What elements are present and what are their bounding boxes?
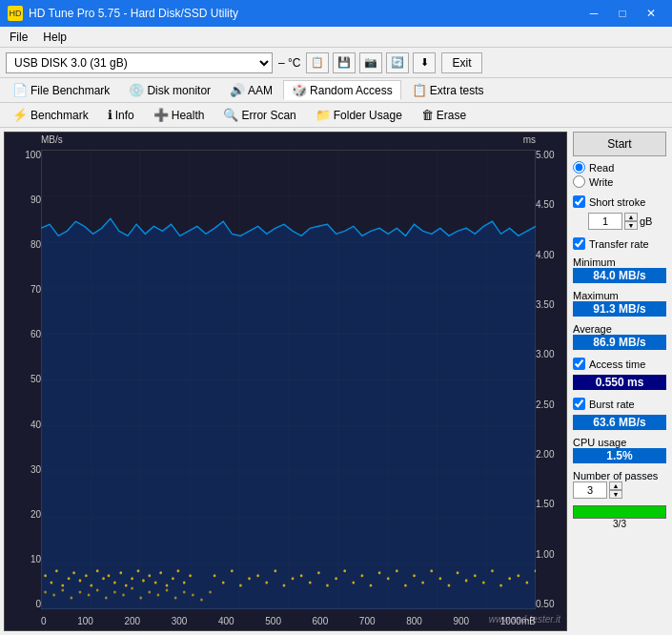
short-stroke-input[interactable] — [588, 213, 622, 230]
svg-point-80 — [482, 581, 485, 584]
svg-point-33 — [79, 590, 82, 593]
svg-point-50 — [222, 581, 225, 584]
tab-random-access-label: Random Access — [310, 84, 393, 97]
toolbar-btn-1[interactable]: 📋 — [306, 52, 329, 73]
svg-point-21 — [148, 574, 151, 577]
x-axis: 0 100 200 300 400 500 600 700 800 900 10… — [41, 616, 536, 626]
tab-health[interactable]: ➕ Health — [145, 105, 214, 125]
toolbar-btn-3[interactable]: 📷 — [359, 52, 382, 73]
main-content: MB/s ms — [0, 128, 672, 635]
svg-point-83 — [508, 577, 511, 580]
svg-point-27 — [183, 581, 186, 584]
maximize-button[interactable]: □ — [609, 4, 636, 23]
y-label-80: 80 — [7, 239, 41, 250]
tab-disk-monitor[interactable]: 💿 Disk monitor — [120, 80, 219, 100]
svg-point-4 — [51, 581, 53, 584]
progress-fill — [574, 506, 665, 518]
window-title: HD Tune Pro 5.75 - Hard Disk/SSD Utility — [29, 7, 238, 20]
access-time-checkbox-label[interactable]: Access time — [573, 358, 666, 370]
read-radio-label[interactable]: Read — [573, 161, 666, 174]
passes-label: Number of passes — [573, 470, 666, 481]
short-stroke-unit: gB — [640, 215, 652, 227]
read-write-group: Read Write — [573, 161, 666, 188]
svg-point-41 — [148, 590, 151, 593]
passes-up[interactable]: ▲ — [609, 481, 622, 490]
start-button[interactable]: Start — [573, 132, 666, 156]
ms-label-050: 0.50 — [536, 599, 564, 609]
right-panel: Start Read Write Short stroke ▲ ▼ gB — [567, 128, 672, 635]
access-time-checkbox[interactable] — [573, 358, 585, 370]
svg-point-22 — [154, 581, 157, 584]
transfer-rate-checkbox[interactable] — [573, 237, 585, 250]
toolbar: USB DISK 3.0 (31 gB) – °C 📋 💾 📷 🔄 ⬇ Exit — [0, 48, 672, 78]
device-select[interactable]: USB DISK 3.0 (31 gB) — [6, 52, 273, 73]
svg-point-85 — [526, 581, 529, 584]
close-button[interactable]: ✕ — [638, 4, 664, 23]
minimum-value: 84.0 MB/s — [573, 268, 666, 283]
short-stroke-checkbox-label[interactable]: Short stroke — [573, 195, 666, 208]
svg-point-72 — [413, 574, 416, 577]
progress-text: 3/3 — [573, 519, 666, 529]
tab-aam[interactable]: 🔊 AAM — [221, 80, 281, 100]
ms-label-100: 1.00 — [536, 549, 564, 560]
svg-point-49 — [214, 574, 216, 577]
write-radio[interactable] — [573, 175, 585, 188]
svg-point-57 — [283, 584, 286, 586]
transfer-rate-checkbox-label[interactable]: Transfer rate — [573, 237, 666, 250]
tab-random-access[interactable]: 🎲 Random Access — [283, 80, 401, 100]
svg-point-29 — [44, 590, 47, 593]
cpu-usage-section: CPU usage 1.5% — [573, 435, 666, 463]
toolbar-btn-4[interactable]: 🔄 — [386, 52, 409, 73]
tab-benchmark[interactable]: ⚡ Benchmark — [4, 105, 97, 125]
svg-point-61 — [317, 571, 320, 574]
svg-point-25 — [172, 577, 174, 580]
x-label-500: 500 — [265, 616, 281, 626]
read-radio[interactable] — [573, 161, 585, 174]
ms-label: ms — [523, 134, 536, 145]
svg-point-20 — [142, 579, 145, 582]
menu-help[interactable]: Help — [37, 29, 72, 46]
svg-point-78 — [465, 579, 468, 582]
svg-point-69 — [387, 577, 390, 580]
svg-point-13 — [102, 577, 105, 580]
svg-point-9 — [79, 579, 82, 582]
tab-erase[interactable]: 🗑 Erase — [413, 105, 475, 125]
svg-point-39 — [131, 586, 133, 589]
write-radio-label[interactable]: Write — [573, 175, 666, 188]
y-label-40: 40 — [7, 420, 41, 430]
minimize-button[interactable]: ─ — [580, 4, 607, 23]
x-label-200: 200 — [124, 616, 140, 626]
tab-extra-tests[interactable]: 📋 Extra tests — [403, 80, 493, 100]
svg-point-37 — [113, 590, 116, 593]
ms-label-350: 3.50 — [536, 299, 564, 310]
read-label: Read — [589, 162, 614, 174]
access-time-value: 0.550 ms — [573, 375, 666, 390]
svg-point-70 — [396, 569, 398, 572]
toolbar-btn-5[interactable]: ⬇ — [413, 52, 436, 73]
menu-file[interactable]: File — [4, 29, 33, 46]
short-stroke-down[interactable]: ▼ — [624, 221, 638, 230]
short-stroke-up[interactable]: ▲ — [624, 213, 638, 221]
tab-info[interactable]: ℹ Info — [99, 105, 143, 125]
chart-area: MB/s ms — [4, 132, 567, 631]
short-stroke-checkbox[interactable] — [573, 195, 585, 208]
tab-folder-usage[interactable]: 📁 Folder Usage — [307, 105, 411, 125]
y-label-90: 90 — [7, 195, 41, 205]
tab-file-benchmark[interactable]: 📄 File Benchmark — [4, 80, 118, 100]
svg-point-8 — [72, 571, 75, 574]
x-label-300: 300 — [172, 616, 188, 626]
y-label-60: 60 — [7, 329, 41, 339]
x-label-0: 0 — [41, 616, 47, 626]
access-time-label: Access time — [589, 358, 645, 370]
exit-button[interactable]: Exit — [441, 52, 481, 73]
svg-point-11 — [90, 584, 92, 586]
passes-input[interactable] — [573, 481, 607, 499]
svg-point-67 — [370, 584, 373, 586]
svg-point-47 — [200, 598, 203, 601]
passes-down[interactable]: ▼ — [609, 490, 622, 499]
y-label-50: 50 — [7, 374, 41, 384]
tab-error-scan[interactable]: 🔍 Error Scan — [214, 105, 304, 125]
toolbar-btn-2[interactable]: 💾 — [333, 52, 356, 73]
burst-rate-checkbox[interactable] — [573, 398, 585, 410]
burst-rate-checkbox-label[interactable]: Burst rate — [573, 398, 666, 410]
